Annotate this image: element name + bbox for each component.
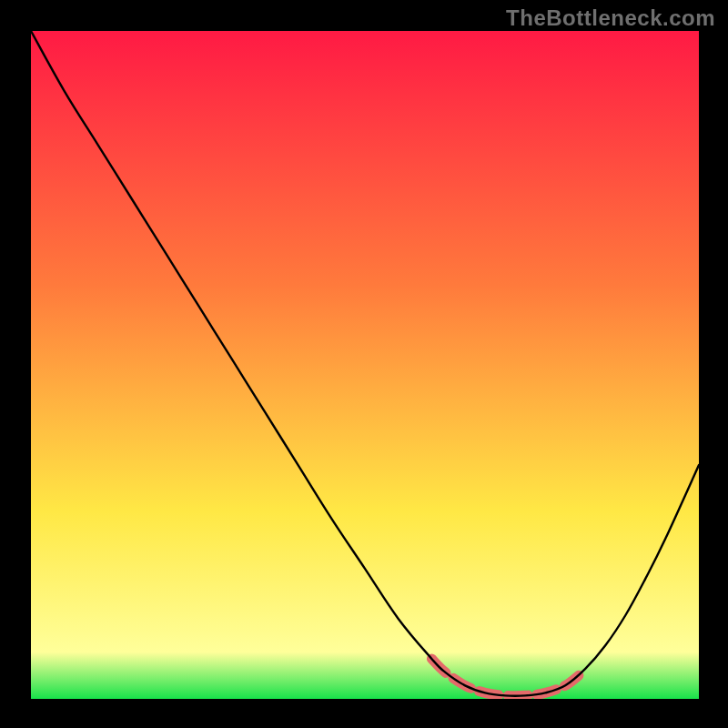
chart-svg	[31, 31, 699, 699]
watermark-text: TheBottleneck.com	[506, 5, 715, 31]
chart-frame: TheBottleneck.com	[0, 0, 728, 728]
plot-area	[31, 31, 699, 699]
gradient-background	[31, 31, 699, 699]
